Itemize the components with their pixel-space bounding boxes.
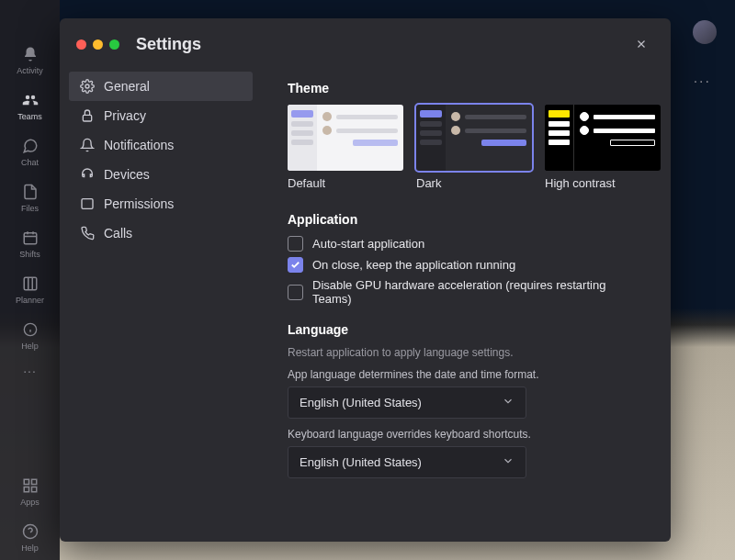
nav-label: Devices (104, 167, 150, 182)
svg-rect-10 (82, 199, 93, 209)
key-icon (80, 196, 95, 211)
help-icon (20, 521, 40, 542)
svg-rect-9 (83, 115, 91, 121)
traffic-lights (76, 39, 119, 50)
rail-item-shifts[interactable]: Shifts (7, 220, 53, 266)
modal-title: Settings (136, 35, 628, 54)
nav-item-permissions[interactable]: Permissions (69, 189, 253, 218)
checkbox-keeprunning[interactable]: On close, keep the application running (288, 257, 645, 273)
close-button[interactable] (628, 31, 654, 57)
checkbox-label: On close, keep the application running (312, 258, 515, 272)
theme-label: Dark (416, 176, 532, 190)
rail-label: Help (21, 543, 39, 553)
close-traffic-light[interactable] (76, 39, 86, 50)
rail-item-chat[interactable]: Chat (7, 129, 53, 174)
headset-icon (80, 167, 95, 182)
more-icon[interactable]: ··· (694, 73, 711, 90)
app-rail: Activity Teams Chat Files Shifts Planner… (0, 0, 60, 560)
checkbox-label: Disable GPU hardware acceleration (requi… (312, 278, 645, 306)
rail-item-files[interactable]: Files (7, 174, 53, 220)
window-more-row: ··· (694, 46, 711, 90)
user-avatar[interactable] (693, 20, 717, 44)
nav-item-devices[interactable]: Devices (69, 160, 253, 189)
theme-preview-highcontrast (545, 105, 661, 171)
theme-options: Default Dark High contrast (288, 105, 645, 190)
select-value: English (United States) (300, 455, 422, 469)
nav-label: General (104, 79, 150, 94)
nav-label: Permissions (104, 196, 174, 211)
theme-option-dark[interactable]: Dark (416, 105, 532, 190)
keyboard-language-label: Keyboard language overrides keyboard sho… (288, 428, 645, 441)
app-language-select[interactable]: English (United States) (288, 386, 526, 419)
nav-item-calls[interactable]: Calls (69, 218, 253, 248)
svg-point-8 (85, 84, 89, 88)
language-restart-hint: Restart application to apply language se… (288, 346, 645, 359)
settings-modal: Settings General Privacy Notifications D… (60, 18, 671, 542)
svg-rect-5 (24, 487, 28, 492)
settings-content: Theme Default Dark (262, 66, 671, 542)
people-icon (20, 90, 40, 110)
settings-nav: General Privacy Notifications Devices Pe… (60, 66, 262, 542)
board-icon (20, 274, 40, 294)
rail-label: Chat (21, 158, 39, 167)
svg-rect-0 (24, 233, 37, 244)
rail-label: Teams (17, 112, 42, 121)
theme-label: Default (288, 176, 403, 190)
rail-item-planner[interactable]: Planner (7, 266, 53, 312)
chevron-down-icon (502, 395, 514, 410)
rail-label: Planner (16, 296, 44, 305)
svg-rect-6 (31, 487, 36, 492)
theme-heading: Theme (288, 81, 645, 95)
rail-item-apps[interactable]: Apps (7, 468, 53, 514)
nav-item-general[interactable]: General (69, 72, 253, 101)
nav-item-privacy[interactable]: Privacy (69, 101, 253, 130)
checkbox-label: Auto-start application (312, 237, 424, 251)
modal-titlebar: Settings (60, 18, 671, 66)
files-icon (20, 182, 40, 202)
rail-label: Help (21, 342, 39, 351)
rail-label: Activity (17, 66, 43, 75)
checkbox-gpu[interactable]: Disable GPU hardware acceleration (requi… (288, 278, 645, 306)
apps-icon (20, 476, 40, 496)
theme-preview-dark (416, 105, 532, 171)
checkbox-autostart[interactable]: Auto-start application (288, 236, 645, 252)
minimize-traffic-light[interactable] (93, 39, 103, 50)
checkbox-icon (288, 285, 303, 300)
nav-label: Calls (104, 226, 132, 241)
svg-rect-3 (24, 479, 28, 484)
rail-item-activity[interactable]: Activity (7, 37, 53, 83)
theme-label: High contrast (545, 176, 661, 190)
info-icon (20, 319, 40, 340)
window-chrome-right (693, 20, 717, 44)
maximize-traffic-light[interactable] (109, 39, 119, 50)
rail-item-help-top[interactable]: Help (7, 312, 53, 358)
rail-label: Files (21, 204, 39, 213)
chevron-down-icon (502, 454, 514, 470)
rail-item-teams[interactable]: Teams (7, 83, 53, 129)
bell-icon (80, 138, 95, 152)
language-heading: Language (288, 322, 645, 337)
phone-icon (80, 226, 95, 241)
nav-item-notifications[interactable]: Notifications (69, 130, 253, 160)
checkbox-icon (288, 257, 303, 273)
application-heading: Application (288, 212, 645, 227)
calendar-icon (20, 228, 40, 248)
close-icon (635, 38, 648, 50)
rail-item-help[interactable]: Help (7, 514, 53, 560)
svg-rect-1 (24, 277, 37, 290)
rail-more-icon[interactable]: ··· (23, 364, 37, 378)
chat-icon (20, 136, 40, 156)
keyboard-language-select[interactable]: English (United States) (288, 446, 526, 478)
rail-label: Shifts (19, 250, 40, 259)
theme-option-default[interactable]: Default (288, 105, 403, 190)
rail-label: Apps (20, 498, 40, 507)
bell-icon (20, 44, 40, 64)
lock-icon (80, 108, 95, 123)
theme-preview-default (288, 105, 403, 171)
app-language-label: App language determines the date and tim… (288, 368, 645, 381)
nav-label: Privacy (104, 108, 146, 123)
theme-option-highcontrast[interactable]: High contrast (545, 105, 661, 190)
svg-rect-4 (31, 479, 36, 484)
nav-label: Notifications (104, 138, 174, 152)
checkbox-icon (288, 236, 303, 252)
